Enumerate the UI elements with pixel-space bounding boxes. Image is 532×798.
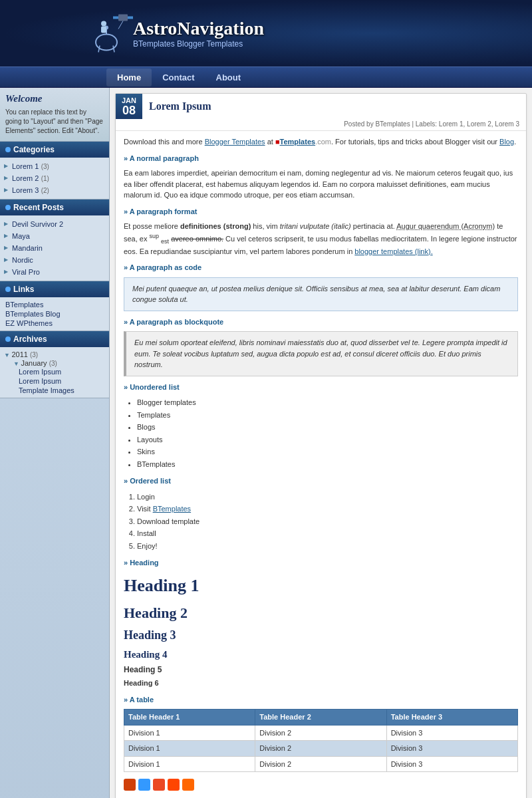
svg-rect-10 [101, 27, 106, 33]
table-header: Table Header 2 [255, 710, 386, 726]
recent-post-link[interactable]: Mandarin [12, 244, 43, 252]
reddit-icon[interactable] [168, 779, 180, 791]
recent-post-link[interactable]: Viral Pro [12, 268, 40, 276]
table-row: Division 1 Division 2 Division 3 [124, 725, 518, 741]
nav-about[interactable]: About [205, 68, 252, 86]
blogger-link[interactable]: blogger templates (link). [354, 247, 432, 255]
section-heading: » Ordered list [124, 475, 518, 487]
heading-3: Heading 3 [124, 626, 518, 644]
archive-post-link[interactable]: Lorem Ipsum [19, 367, 105, 376]
list-item: Viral Pro [0, 266, 109, 278]
section-heading: » A normal paragraph [124, 153, 518, 164]
table-header: Table Header 3 [386, 710, 517, 726]
post-body: Download this and more Blogger Templates… [116, 131, 526, 798]
svg-point-9 [101, 21, 106, 27]
list-item: Templates [137, 409, 518, 422]
svg-line-8 [118, 21, 123, 29]
table-cell: Division 3 [386, 725, 517, 741]
post-intro: Download this and more Blogger Templates… [124, 136, 518, 148]
recent-posts-title: Recent Posts [0, 200, 109, 215]
list-item: Login [137, 491, 518, 503]
archive-post-link[interactable]: Template Images [19, 386, 105, 395]
category-link[interactable]: Lorem 3 [12, 186, 39, 194]
links-section: Links BTemplates BTemplates Blog EZ WPth… [0, 281, 109, 331]
heading-2: Heading 2 [124, 602, 518, 624]
ordered-list: Login Visit BTemplates Download template… [137, 491, 518, 553]
link-item[interactable]: EZ WPthemes [5, 319, 104, 328]
table-cell: Division 3 [386, 756, 517, 772]
svg-line-3 [98, 46, 100, 53]
list-item: Blogs [137, 421, 518, 434]
categories-section: Categories Lorem 1 (3) Lorem 2 (1) Lorem… [0, 142, 109, 200]
heading-4: Heading 4 [124, 647, 518, 662]
category-link[interactable]: Lorem 2 [12, 174, 39, 182]
post-header: Jan 08 Lorem Ipsum [116, 94, 526, 119]
site-header: AstroNavigation BTemplates Blogger Templ… [0, 0, 532, 66]
page-layout: Welcome You can replace this text by goi… [0, 88, 532, 798]
archives-year[interactable]: 2011 (3) [4, 350, 105, 359]
stumbleupon-icon[interactable] [153, 779, 165, 791]
digg-icon[interactable] [124, 779, 136, 791]
rss-icon[interactable] [182, 779, 194, 791]
section-heading: » A paragraph format [124, 206, 518, 217]
section-heading: » A paragraph as code [124, 262, 518, 273]
svg-rect-6 [113, 17, 118, 19]
archives-tree: 2011 (3) January (3) Lorem Ipsum Lorem I… [0, 347, 109, 398]
list-item: Enjoy! [137, 540, 518, 553]
list-item: Lorem 1 (3) [0, 160, 109, 172]
recent-post-link[interactable]: Nordic [12, 256, 33, 264]
main-content: Jan 08 Lorem Ipsum Posted by BTemplates … [110, 88, 532, 798]
archives-month[interactable]: January (3) [4, 359, 105, 367]
welcome-box: Welcome You can replace this text by goi… [0, 88, 109, 142]
table-section: Table Header 1 Table Header 2 Table Head… [124, 709, 518, 772]
category-count: (3) [41, 163, 49, 170]
nav-contact[interactable]: Contact [152, 68, 205, 86]
archives-title: Archives [0, 331, 109, 347]
categories-list: Lorem 1 (3) Lorem 2 (1) Lorem 3 (2) [0, 158, 109, 199]
section-heading: » A paragraph as blockquote [124, 317, 518, 328]
category-count: (1) [41, 175, 49, 182]
recent-post-link[interactable]: Devil Survivor 2 [12, 220, 63, 228]
link-item[interactable]: BTemplates Blog [5, 309, 104, 319]
recent-posts-list: Devil Survivor 2 Maya Mandarin Nordic Vi… [0, 215, 109, 281]
recent-post-link[interactable]: Maya [12, 232, 30, 240]
sidebar: Welcome You can replace this text by goi… [0, 88, 110, 798]
archive-post-link[interactable]: Lorem Ipsum [19, 376, 105, 386]
site-logo [93, 9, 133, 58]
svg-rect-7 [128, 17, 133, 19]
svg-line-4 [113, 46, 114, 53]
table-cell: Division 2 [255, 741, 386, 757]
btemplates-link[interactable]: BTemplates [153, 505, 191, 513]
header-background [0, 0, 532, 66]
table-row: Division 1 Division 2 Division 3 [124, 756, 518, 772]
table-cell: Division 1 [124, 725, 255, 741]
blogger-templates-link[interactable]: Blogger Templates [205, 138, 265, 146]
blockquote-block: Eu mei solum oporteat eleifend, libris n… [124, 331, 518, 376]
post-title: Lorem Ipsum [142, 96, 218, 116]
category-link[interactable]: Lorem 1 [12, 162, 39, 170]
category-count: (2) [41, 187, 49, 194]
svg-rect-5 [118, 15, 128, 21]
social-icons [124, 775, 518, 795]
list-item: Download template [137, 515, 518, 528]
post-date-day: 08 [121, 104, 137, 116]
section-heading: » Heading [124, 557, 518, 569]
nav-home[interactable]: Home [106, 68, 152, 86]
welcome-text: You can replace this text by going to "L… [5, 108, 104, 136]
list-item: Lorem 2 (1) [0, 172, 109, 184]
format-paragraph: Et posse meliore definitiones (strong) h… [124, 221, 518, 257]
blog-link[interactable]: Blog [499, 138, 514, 146]
table-cell: Division 2 [255, 725, 386, 741]
list-item: Skins [137, 446, 518, 458]
list-item: Devil Survivor 2 [0, 218, 109, 230]
templates-site-link[interactable]: Templates [280, 138, 316, 146]
unordered-list: Blogger templates Templates Blogs Layout… [137, 396, 518, 470]
list-item: Blogger templates [137, 396, 518, 409]
link-item[interactable]: BTemplates [5, 300, 104, 309]
links-list: BTemplates BTemplates Blog EZ WPthemes [0, 297, 109, 331]
recent-posts-section: Recent Posts Devil Survivor 2 Maya Manda… [0, 200, 109, 281]
delicious-icon[interactable] [138, 779, 150, 791]
list-item: BTemplates [137, 458, 518, 471]
heading-6: Heading 6 [124, 678, 518, 689]
normal-paragraph: Ea eam labores imperdiet, apeirian democ… [124, 168, 518, 201]
